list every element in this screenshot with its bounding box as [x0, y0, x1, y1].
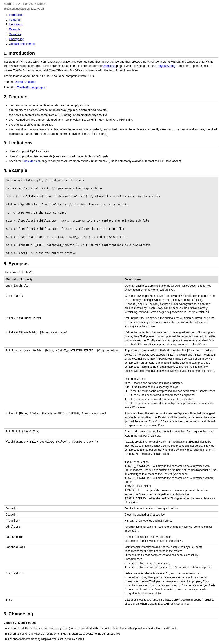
example-code: $zip = new clsTbsZip(); // instantiate t… — [3, 177, 219, 257]
table-of-contents: Introduction Features Limitations Exampl… — [9, 12, 219, 46]
desc-cell: Return true if the file exists in the or… — [123, 315, 218, 329]
method-cell: FileAdd($Name, $Data, $DataType=TBSZIP_S… — [4, 410, 123, 428]
toc-link-limitations[interactable]: Limitations — [9, 23, 23, 26]
section-synopsis-heading: 5. Synopsis — [3, 260, 219, 268]
table-row: CdFileLstAn array listing all existing f… — [4, 524, 219, 534]
section-limitations-heading: 3. Limitations — [3, 140, 219, 148]
toc-item: Change-log — [9, 37, 219, 42]
changelog-item: - minor enhancement: property DisplayErr… — [3, 637, 219, 641]
tinybutstrong-link[interactable]: TinyButStrong — [157, 64, 176, 68]
desc-cell: Close the opened original archive. — [123, 512, 218, 518]
version-line2: document updated on 2011-03-25 — [3, 7, 219, 11]
method-cell: Flush($Render=TBSZIP_DOWNLOAD, $File='',… — [4, 438, 123, 506]
table-row: Open($ArchFile)Open an original Zip arch… — [4, 282, 219, 293]
section-example-heading: 4. Example — [3, 167, 219, 175]
changelog-version-block: Version 2.4, 2011-03-25- minor bug fixed… — [3, 620, 219, 641]
toc-link-synopsis[interactable]: Synopsis — [9, 32, 21, 36]
method-cell: LastReadComp — [4, 544, 123, 570]
table-row: CreateNew()Create a new empty Zip archiv… — [4, 293, 219, 315]
changelog-version-label: Version 2.4, 2011-03-25 — [3, 620, 219, 625]
toc-item: Limitations — [9, 22, 219, 27]
toc-link-changelog[interactable]: Change-log — [9, 37, 24, 41]
table-row: Close()Close the opened original archive… — [4, 512, 219, 518]
desc-cell: Compression information about of the las… — [123, 544, 218, 570]
zlib-link[interactable]: Zlib extension — [23, 159, 41, 163]
desc-cell: Return the contents of the file stored i… — [123, 329, 218, 348]
desc-cell: An array listing all existing files in t… — [123, 524, 218, 534]
method-cell: Debug() — [4, 506, 123, 512]
desc-cell: Last error message, or false if no TbsZi… — [123, 596, 218, 607]
desc-cell: Open an original Zip archive (it can be … — [123, 282, 218, 293]
table-header-row: Method or Property Description — [4, 276, 219, 283]
method-cell: DisplayError — [4, 570, 123, 596]
toc-link-example[interactable]: Example — [9, 28, 20, 31]
table-row: FileRead($NameOrIdx, $Uncompress=true)Re… — [4, 329, 219, 348]
table-row: DisplayErrorDefault value is false until… — [4, 570, 219, 596]
desc-cell: Full path of the opened original archive… — [123, 518, 218, 524]
table-row: ArchFileFull path of the opened original… — [4, 518, 219, 524]
method-cell: FileModif($NameOrIdx) — [4, 428, 123, 438]
list-item: the class does not use temporary files: … — [9, 127, 219, 136]
desc-cell: Create a new empty Zip archive. The new … — [123, 293, 218, 315]
toc-link-introduction[interactable]: Introduction — [9, 13, 24, 16]
introduction-see1: See the OpenTBS demo — [3, 80, 219, 84]
section-changelog-heading: 6. Change log — [3, 610, 219, 618]
tinybutstrong-plugins-link[interactable]: TinyButStrong plugins — [17, 86, 46, 89]
method-cell: CreateNew() — [4, 293, 123, 315]
list-item: the new file content can come from a PHP… — [9, 113, 219, 117]
table-row: FileReplace($NameOrIdx, $Data, $DataType… — [4, 348, 219, 410]
desc-cell: Index of the last file read by FileRead(… — [123, 534, 218, 544]
method-cell: FileReplace($NameOrIdx, $Data, $DataType… — [4, 348, 123, 410]
table-row: Debug()Display information about the ori… — [4, 506, 219, 512]
version-line1: version 2.4, 2011-03-25, by Skrol29 — [3, 2, 219, 6]
toc-item: Introduction — [9, 12, 219, 17]
col-header-desc: Description — [123, 276, 218, 283]
toc-item: Example — [9, 27, 219, 32]
col-header-method: Method or Property — [4, 276, 123, 283]
table-row: FileAdd($Name, $Data, $DataType=TBSZIP_S… — [4, 410, 219, 428]
desc-cell: Replace or delete an existing file in th… — [123, 348, 218, 410]
introduction-see2: See other TinyButStrong plugins. — [3, 85, 219, 90]
toc-link-contact[interactable]: Contact and license — [9, 42, 35, 46]
desc-cell: Actually create the new archive with all… — [123, 438, 218, 506]
list-item: the modified archive can be released as … — [9, 118, 219, 122]
limitations-list: doesn't support Zip64 archives doesn't s… — [9, 149, 219, 163]
toc-link-features[interactable]: Features — [9, 18, 20, 22]
method-cell: Open($ArchFile) — [4, 282, 123, 293]
changelog-content: Version 2.4, 2011-03-25- minor bug fixed… — [3, 620, 219, 644]
method-cell: FileRead($NameOrIdx, $Uncompress=true) — [4, 329, 123, 348]
introduction-para1: TbsZip is a PHP class which can read a z… — [3, 60, 219, 73]
list-item: doesn't support zip file comments (very … — [9, 154, 219, 159]
table-row: LastReadCompCompression information abou… — [4, 544, 219, 570]
method-cell: Error — [4, 596, 123, 607]
table-row: ErrorLast error message, or false if no … — [4, 596, 219, 607]
list-item: the original archive is not modified — [9, 122, 219, 127]
table-row: LastReadIdxIndex of the last file read b… — [4, 534, 219, 544]
table-row: FileExists($NameOrIdx)Return true if the… — [4, 315, 219, 329]
synopsis-table: Method or Property Description Open($Arc… — [3, 276, 219, 607]
list-item: can read a common zip archive, or start … — [9, 103, 219, 108]
desc-cell: Default value is false until version 2.3… — [123, 570, 218, 596]
desc-cell: Add a new file in the archive, works lik… — [123, 410, 218, 428]
opentbs-link[interactable]: OpenTBS — [102, 64, 115, 68]
toc-item: Features — [9, 18, 219, 22]
changelog-item: - minor enhancement: now raise a TbsZip … — [3, 632, 219, 636]
toc-item: Synopsis — [9, 32, 219, 36]
list-item: needs the Zlib extension only to compres… — [9, 159, 219, 163]
method-cell: LastReadIdx — [4, 534, 123, 544]
desc-cell: Cancel add, delete and replacements in t… — [123, 428, 218, 438]
method-cell: FileExists($NameOrIdx) — [4, 315, 123, 329]
opentbs-demo-link[interactable]: OpenTBS demo — [14, 80, 35, 84]
table-row: FileModif($NameOrIdx)Cancel add, delete … — [4, 428, 219, 438]
toc-item: Contact and license — [9, 42, 219, 46]
list-item: can modify the content of files in the a… — [9, 108, 219, 112]
desc-cell: Display information about the original a… — [123, 506, 218, 512]
section-features-heading: 2. Features — [3, 94, 219, 101]
section-introduction-heading: 1. Introduction — [3, 50, 219, 58]
version-block: version 2.4, 2011-03-25, by Skrol29 docu… — [3, 2, 219, 11]
method-cell: ArchFile — [4, 518, 123, 524]
changelog-item: - minor bug fixed: the new created archi… — [3, 626, 219, 630]
table-row: Flush($Render=TBSZIP_DOWNLOAD, $File='',… — [4, 438, 219, 506]
list-item: doesn't support Zip64 archives — [9, 149, 219, 154]
synopsis-classname: Class name: clsTbsZip — [3, 270, 219, 274]
